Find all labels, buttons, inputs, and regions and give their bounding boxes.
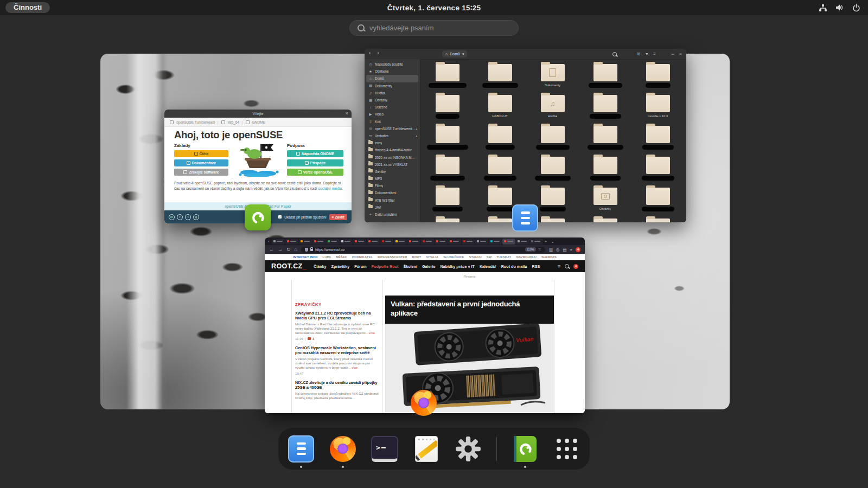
- firefox-window[interactable]: ‹+⌄ ← → ↻ ⌂ https://www.root.cz 110% ☆ ▥…: [265, 237, 585, 413]
- welcome-button-z-skejte-software[interactable]: Získejte software: [174, 169, 228, 176]
- sidebar-item-verbatim[interactable]: ▭Verbatim▴: [365, 132, 420, 139]
- welcome-button-dokumentace[interactable]: Dokumentace: [174, 159, 228, 166]
- close-icon[interactable]: ×: [679, 52, 682, 56]
- dock-item-settings[interactable]: [455, 435, 482, 463]
- dock-item-app-grid[interactable]: [553, 435, 580, 463]
- folder-item[interactable]: [421, 92, 474, 123]
- files-window[interactable]: ‹ › ⌂ Domů ▾ ⊞ ▾ ≡ – × ◷Naposledy použit…: [365, 49, 686, 222]
- files-search-icon[interactable]: [612, 52, 617, 56]
- sidebar-item-dom[interactable]: ⌂Domů: [366, 75, 418, 82]
- sidebar-item-2021-xx-xx-vysklat[interactable]: 2021-xx-xx VYSKLAT: [365, 161, 420, 168]
- view-grid-icon[interactable]: ⊞: [637, 52, 641, 56]
- sidebar-item-dokumenty[interactable]: ▤Dokumenty: [365, 82, 420, 89]
- dock-item-files[interactable]: [288, 435, 315, 463]
- rootcz-menu-root-do-mailu[interactable]: Root do mailu: [501, 264, 527, 269]
- sidebar-item-obr-zky[interactable]: ▦Obrázky: [365, 97, 420, 104]
- new-tab-icon[interactable]: +: [543, 239, 549, 244]
- reload-icon[interactable]: ↻: [286, 247, 291, 252]
- folder-item[interactable]: [474, 154, 526, 185]
- browser-tab[interactable]: [516, 239, 529, 245]
- family-link-sw[interactable]: SW: [487, 255, 492, 259]
- folder-item[interactable]: Dokumenty: [526, 61, 579, 92]
- dock-item-terminal[interactable]: >: [371, 435, 398, 463]
- folder-item[interactable]: [579, 61, 631, 92]
- folder-item[interactable]: [631, 154, 684, 185]
- browser-tab[interactable]: [299, 239, 312, 245]
- browser-tab[interactable]: [529, 239, 542, 245]
- folder-item[interactable]: [474, 123, 526, 154]
- extension-icon[interactable]: ◎: [556, 247, 560, 252]
- sidebar-item-obl-ben[interactable]: ★Oblíbené: [365, 68, 420, 75]
- dock-item-text-editor[interactable]: [413, 435, 440, 463]
- news-story[interactable]: CentOS Hyperscale Workstation, sestavení…: [295, 345, 380, 375]
- family-link-stahuj[interactable]: STAHUJ: [469, 255, 482, 259]
- family-link-slune-nice[interactable]: SLUNEČNICE: [443, 255, 464, 259]
- family-link-navrcholu[interactable]: NAVRCHOLU: [516, 255, 537, 259]
- folder-item[interactable]: [526, 154, 579, 185]
- welcome-button-verze-opensuse[interactable]: Verze openSUSE: [287, 169, 343, 176]
- story-more-link[interactable]: více: [369, 331, 375, 335]
- welcome-button-p-isp-jte[interactable]: Přispějte: [287, 159, 343, 166]
- back-icon[interactable]: ‹: [369, 50, 371, 56]
- rootcz-menu-nab-dky-pr-ce-v-it[interactable]: Nabídky práce v IT: [440, 264, 475, 269]
- folder-item[interactable]: [474, 61, 526, 92]
- show-on-startup-checkbox[interactable]: ✓: [278, 215, 282, 219]
- folder-item[interactable]: [526, 123, 579, 154]
- sidebar-item-hudba[interactable]: ♫Hudba: [365, 89, 420, 97]
- dock-item-opensuse-welcome[interactable]: [512, 435, 539, 463]
- family-link-m-ec[interactable]: MĚŠEC: [336, 255, 347, 259]
- dock-item-firefox[interactable]: [329, 435, 356, 463]
- rootcz-menu-podpo-te-root[interactable]: Podpořte Root: [372, 264, 399, 269]
- site-search-icon[interactable]: [565, 264, 569, 268]
- forward-icon[interactable]: ›: [377, 50, 379, 56]
- sidebar-item-sta-en[interactable]: ↓Stažené: [365, 104, 420, 111]
- sidebar-item-naposledy-pou-it[interactable]: ◷Naposledy použité: [365, 61, 420, 68]
- family-link-sherpas[interactable]: SHERPAS: [541, 255, 557, 259]
- browser-tab[interactable]: [489, 239, 502, 245]
- browser-tab[interactable]: [353, 239, 366, 245]
- browser-tab[interactable]: [407, 239, 420, 245]
- tracking-shield-icon[interactable]: [305, 248, 308, 252]
- folder-item[interactable]: [421, 216, 474, 222]
- sidebar-item-ffmpeg-4-4-amd64-static[interactable]: ffmpeg-4.4-amd64-static: [365, 146, 420, 153]
- browser-tab[interactable]: [421, 239, 434, 245]
- sidebar-item-video[interactable]: ▶Video: [365, 111, 420, 118]
- folder-item[interactable]: [421, 185, 474, 216]
- rootcz-menu-l-nky[interactable]: Články: [314, 264, 327, 269]
- tab-scroll-left-icon[interactable]: ‹: [266, 239, 271, 244]
- browser-tab[interactable]: [312, 239, 326, 245]
- news-story[interactable]: NIX.CZ zlevňuje a do ceníku zavádí přípo…: [295, 380, 380, 400]
- browser-tab[interactable]: [380, 239, 393, 245]
- zoom-level[interactable]: 110%: [525, 247, 536, 252]
- sidebar-icon[interactable]: ▥: [549, 247, 553, 252]
- rootcz-menu-galerie[interactable]: Galerie: [422, 264, 435, 269]
- family-link-vitalia[interactable]: VITALIA: [426, 255, 438, 259]
- browser-tab[interactable]: [272, 239, 285, 245]
- sidebar-item-zony[interactable]: zony: [365, 139, 420, 146]
- site-user-avatar[interactable]: [573, 264, 578, 269]
- browser-tab[interactable]: [394, 239, 407, 245]
- folder-item[interactable]: [631, 216, 684, 222]
- social-mastodon-icon[interactable]: m: [169, 214, 175, 220]
- rootcz-menu-kalend[interactable]: Kalendář: [480, 264, 496, 269]
- welcome-button-t-te[interactable]: Čtěte: [174, 150, 228, 157]
- tab-list-icon[interactable]: ⌄: [549, 239, 556, 244]
- social-other-icon[interactable]: g: [193, 214, 199, 220]
- minimize-icon[interactable]: –: [672, 52, 674, 56]
- browser-tab[interactable]: [435, 239, 448, 245]
- welcome-close-button[interactable]: ×Zavřít: [329, 214, 348, 220]
- article-headline-box[interactable]: Vulkan: představení a první jednoduchá a…: [385, 296, 554, 324]
- firefox-app-badge[interactable]: [411, 390, 437, 416]
- folder-item[interactable]: ♫Hudba: [526, 92, 579, 123]
- forward-icon[interactable]: →: [278, 247, 283, 252]
- menu-icon[interactable]: ≡: [653, 52, 656, 56]
- family-link-businesscenter[interactable]: BUSINESSCENTER: [378, 255, 407, 259]
- folder-item[interactable]: [631, 123, 684, 154]
- social-twitter-icon[interactable]: t: [185, 214, 191, 220]
- rootcz-logo[interactable]: ROOT.CZ_: [271, 262, 307, 270]
- back-icon[interactable]: ←: [269, 247, 274, 252]
- browser-tab[interactable]: [367, 239, 380, 245]
- folder-item[interactable]: [421, 154, 474, 185]
- app-menu-icon[interactable]: ≡: [570, 247, 572, 252]
- folder-item[interactable]: [579, 92, 631, 123]
